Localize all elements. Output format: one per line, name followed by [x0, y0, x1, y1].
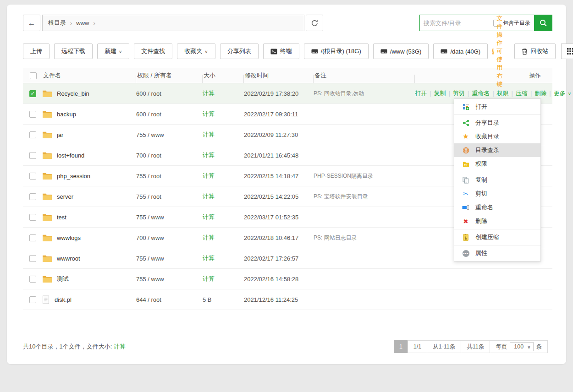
disk-icon — [441, 49, 447, 54]
file-name-cell[interactable]: backup — [42, 110, 136, 118]
action-cut[interactable]: 剪切 — [453, 90, 465, 97]
grid-view-icon — [567, 48, 573, 54]
terminal-button[interactable]: 终端 — [263, 44, 299, 59]
menu-item-rename[interactable]: 重命名 — [454, 201, 540, 214]
menu-item-create-archive[interactable]: 创建压缩 — [454, 230, 540, 244]
file-mtime: 2022/03/17 01:52:35 — [244, 214, 314, 221]
size-calc-link[interactable]: 计算 — [203, 213, 215, 220]
table-row[interactable]: 测试 755 / www 计算 2022/02/16 14:58:28 — [23, 269, 552, 289]
row-checkbox[interactable] — [29, 214, 36, 221]
size-calc-link[interactable]: 计算 — [203, 193, 215, 200]
disk-data-button[interactable]: /data (40G) — [433, 44, 488, 59]
menu-item-label: 分享目录 — [475, 119, 499, 127]
size-calc-link[interactable]: 计算 — [203, 255, 215, 261]
file-name: 测试 — [57, 275, 69, 283]
header-permission[interactable]: 权限 / 所有者 — [136, 71, 203, 80]
action-separator: | — [430, 90, 431, 97]
file-name-cell[interactable]: wwwlogs — [42, 234, 136, 242]
per-page-control: 每页 100 ∨ 条 — [490, 340, 548, 353]
search-button[interactable] — [534, 15, 552, 31]
row-checkbox[interactable] — [29, 193, 36, 200]
size-calc-link[interactable]: 计算 — [203, 152, 215, 158]
menu-item-favorite-dir[interactable]: ★ 收藏目录 — [454, 130, 540, 143]
menu-item-copy[interactable]: 复制 — [454, 173, 540, 187]
copy-icon — [462, 177, 469, 184]
breadcrumb: 根目录 › www › — [42, 15, 304, 31]
row-checkbox[interactable] — [29, 255, 36, 262]
menu-item-delete[interactable]: ✖ 删除 — [454, 214, 540, 228]
table-header: 文件名 权限 / 所有者 大小 修改时间 备注 操作 — [23, 68, 552, 83]
disk-www-button[interactable]: /www (53G) — [373, 44, 429, 59]
header-filename[interactable]: 文件名 — [42, 71, 136, 80]
breadcrumb-sep-icon: › — [70, 20, 72, 27]
menu-item-permission[interactable]: 权限 — [454, 157, 540, 171]
row-checkbox[interactable] — [29, 131, 36, 138]
size-calc-link[interactable]: 计算 — [203, 90, 215, 97]
breadcrumb-root[interactable]: 根目录 — [48, 19, 66, 27]
recycle-bin-button[interactable]: 回收站 — [514, 44, 556, 59]
remote-download-button[interactable]: 远程下载 — [54, 44, 93, 59]
grid-view-button[interactable] — [561, 44, 573, 59]
action-open[interactable]: 打开 — [415, 90, 427, 97]
file-name-cell[interactable]: wwwroot — [42, 254, 136, 262]
menu-separator — [454, 245, 540, 245]
file-name-cell[interactable]: 测试 — [42, 275, 136, 283]
share-list-button[interactable]: 分享列表 — [220, 44, 259, 59]
menu-item-dir-scan[interactable]: 目录查杀 — [454, 143, 540, 157]
file-name-cell[interactable]: Recycle_bin — [42, 89, 136, 98]
row-checkbox[interactable] — [29, 111, 36, 118]
menu-item-properties[interactable]: ••• 属性 — [454, 246, 540, 260]
file-name-cell[interactable]: disk.pl — [42, 295, 136, 304]
action-permission[interactable]: 权限 — [497, 90, 509, 97]
new-button[interactable]: 新建 ∨ — [97, 44, 129, 59]
menu-separator — [454, 114, 540, 115]
table-row[interactable]: disk.pl 644 / root 5 B 2021/12/16 11:24:… — [23, 289, 552, 310]
per-page-select[interactable]: 100 ∨ — [510, 342, 533, 351]
size-calc-link[interactable]: 计算 — [203, 275, 215, 282]
search-input[interactable] — [420, 16, 493, 30]
breadcrumb-www[interactable]: www — [76, 20, 89, 27]
upload-button[interactable]: 上传 — [23, 44, 50, 59]
action-copy[interactable]: 复制 — [434, 90, 446, 97]
row-checkbox[interactable] — [29, 152, 36, 159]
file-name-cell[interactable]: test — [42, 213, 136, 221]
back-button[interactable]: ← — [23, 15, 40, 31]
action-rename[interactable]: 重命名 — [472, 90, 490, 97]
file-perm: 755 / root — [136, 173, 203, 180]
file-name-cell[interactable]: jar — [42, 131, 136, 139]
summary-calc-link[interactable]: 计算 — [114, 343, 126, 350]
row-checkbox[interactable] — [29, 90, 36, 97]
menu-item-share-dir[interactable]: 分享目录 — [454, 116, 540, 130]
size-calc-link[interactable]: 计算 — [203, 172, 215, 179]
row-checkbox[interactable] — [29, 234, 36, 241]
size-calc-link[interactable]: 计算 — [203, 110, 215, 117]
row-checkbox[interactable] — [29, 173, 36, 180]
row-checkbox[interactable] — [29, 296, 36, 303]
properties-icon: ••• — [462, 250, 469, 257]
action-compress[interactable]: 压缩 — [516, 90, 528, 97]
folder-icon — [42, 275, 52, 283]
action-delete[interactable]: 删除 — [534, 90, 546, 97]
header-size[interactable]: 大小 — [203, 71, 244, 80]
file-icon — [42, 295, 50, 304]
action-separator: | — [448, 90, 450, 97]
summary-text: 共10个目录，1个文件，文件大小: 计算 — [23, 343, 126, 351]
file-name-cell[interactable]: lost+found — [42, 151, 136, 159]
header-note[interactable]: 备注 — [314, 71, 415, 80]
row-checkbox[interactable] — [29, 276, 36, 283]
menu-item-open[interactable]: 打开 — [454, 100, 540, 114]
select-all-checkbox[interactable] — [30, 72, 37, 79]
header-mtime[interactable]: 修改时间 — [244, 71, 314, 80]
page-1-button[interactable]: 1 — [394, 340, 408, 353]
file-name-cell[interactable]: php_session — [42, 172, 136, 180]
menu-item-cut[interactable]: ✂ 剪切 — [454, 187, 540, 201]
favorites-button[interactable]: 收藏夹 ∨ — [177, 44, 215, 59]
action-more[interactable]: 更多∨ — [554, 90, 571, 97]
file-find-button[interactable]: 文件查找 — [134, 44, 172, 59]
refresh-button[interactable] — [306, 15, 323, 31]
size-calc-link[interactable]: 计算 — [203, 131, 215, 138]
size-calc-link[interactable]: 计算 — [203, 234, 215, 241]
file-name-cell[interactable]: server — [42, 192, 136, 201]
page-total-indicator: 共11条 — [461, 340, 490, 353]
disk-root-button[interactable]: /(根目录) (18G) — [304, 44, 369, 59]
